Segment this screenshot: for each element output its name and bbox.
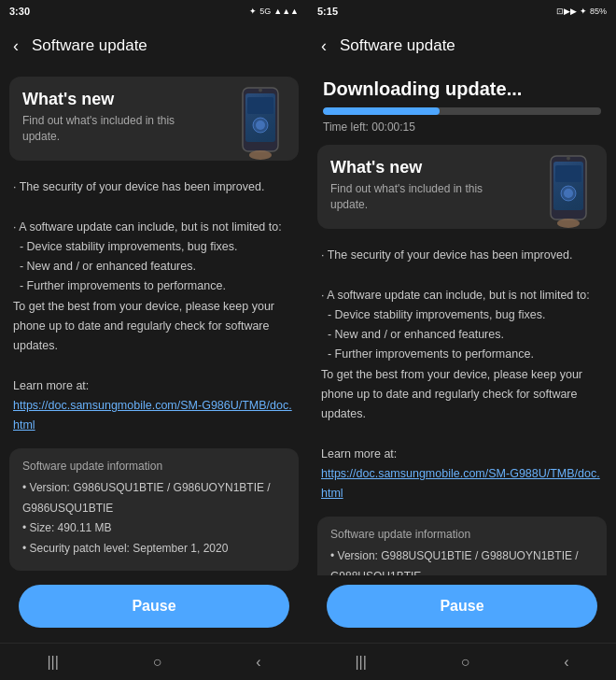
header-right: ‹ Software update bbox=[308, 22, 616, 69]
pause-button-right[interactable]: Pause bbox=[327, 585, 597, 628]
content-line-1: · The security of your device has been i… bbox=[13, 177, 295, 197]
info-card-title-left: Software update information bbox=[22, 460, 286, 473]
progress-bar-container bbox=[323, 107, 601, 115]
content-line-4: - New and / or enhanced features. bbox=[13, 257, 295, 276]
scroll-content-left[interactable]: What's new Find out what's included in t… bbox=[0, 69, 308, 575]
content-line-5: - Further improvements to performance. bbox=[13, 276, 295, 296]
status-time-right: 5:15 bbox=[317, 6, 338, 17]
phone-illustration-right bbox=[546, 154, 597, 229]
content-line-7: Learn more at: bbox=[13, 376, 295, 396]
content-link-left[interactable]: https://doc.samsungmobile.com/SM-G986U/T… bbox=[13, 396, 295, 436]
nav-recent-right[interactable]: ||| bbox=[355, 654, 366, 671]
info-size-left: • Size: 490.11 MB bbox=[22, 518, 286, 539]
nav-recent-left[interactable]: ||| bbox=[47, 654, 58, 671]
svg-point-7 bbox=[256, 120, 265, 130]
status-bar-left: 3:30 ✦ 5G ▲▲▲ bbox=[0, 0, 308, 22]
status-icons-left: ✦ 5G ▲▲▲ bbox=[249, 7, 299, 16]
network-icon: 5G bbox=[259, 7, 271, 16]
pause-btn-container-right: Pause bbox=[308, 575, 616, 643]
whats-new-subtitle-right: Find out what's included in this update. bbox=[330, 181, 489, 213]
status-time-left: 3:30 bbox=[9, 6, 30, 17]
info-security-left: • Security patch level: September 1, 202… bbox=[22, 539, 286, 560]
whats-new-card-left: What's new Find out what's included in t… bbox=[9, 77, 299, 161]
pause-button-left[interactable]: Pause bbox=[19, 585, 289, 628]
info-card-title-right: Software update information bbox=[330, 528, 594, 541]
svg-point-16 bbox=[564, 189, 573, 198]
svg-point-17 bbox=[557, 219, 580, 228]
svg-point-3 bbox=[259, 89, 262, 92]
header-left: ‹ Software update bbox=[0, 22, 308, 69]
progress-bar-fill bbox=[323, 107, 440, 115]
svg-point-12 bbox=[567, 157, 570, 161]
info-card-text-left: • Version: G986USQU1BTIE / G986UOYN1BTIE… bbox=[22, 478, 286, 559]
right-panel: 5:15 ⊡▶▶ ✦ 85% ‹ Software update Downloa… bbox=[308, 0, 616, 680]
r-content-line-7: Learn more at: bbox=[321, 445, 603, 464]
nav-bar-left: ||| ○ ‹ bbox=[0, 643, 308, 680]
info-card-right: Software update information • Version: G… bbox=[317, 517, 607, 575]
content-link-right[interactable]: https://doc.samsungmobile.com/SM-G988U/T… bbox=[321, 464, 603, 504]
battery-right: 85% bbox=[590, 7, 607, 16]
r-content-line-3: - Device stability improvements, bug fix… bbox=[321, 305, 603, 325]
svg-rect-5 bbox=[247, 97, 273, 114]
nav-bar-right: ||| ○ ‹ bbox=[308, 643, 616, 680]
nav-back-right[interactable]: ‹ bbox=[564, 654, 568, 671]
page-title-right: Software update bbox=[340, 36, 455, 55]
pause-btn-container-left: Pause bbox=[0, 575, 308, 643]
mute-icon: ✦ bbox=[580, 7, 587, 16]
status-bar-right: 5:15 ⊡▶▶ ✦ 85% bbox=[308, 0, 616, 22]
content-text-left: · The security of your device has been i… bbox=[0, 168, 308, 445]
status-icons-right: ⊡▶▶ ✦ 85% bbox=[556, 7, 607, 16]
back-button-right[interactable]: ‹ bbox=[321, 36, 327, 56]
whats-new-subtitle-left: Find out what's included in this update. bbox=[22, 113, 181, 145]
phone-illustration-left bbox=[238, 86, 289, 161]
r-content-line-1: · The security of your device has been i… bbox=[321, 246, 603, 265]
r-content-line-2: · A software update can include, but is … bbox=[321, 286, 603, 305]
content-text-right: · The security of your device has been i… bbox=[308, 236, 616, 513]
svg-point-8 bbox=[249, 150, 272, 160]
downloading-title: Downloading update... bbox=[323, 78, 601, 100]
info-version-right: • Version: G988USQU1BTIE / G988UOYN1BTIE… bbox=[330, 546, 594, 575]
bluetooth-icon: ✦ bbox=[249, 7, 257, 16]
r-content-line-5: - Further improvements to performance. bbox=[321, 345, 603, 364]
back-button-left[interactable]: ‹ bbox=[13, 36, 19, 56]
left-panel: 3:30 ✦ 5G ▲▲▲ ‹ Software update What's n… bbox=[0, 0, 308, 680]
downloading-section: Downloading update... Time left: 00:00:1… bbox=[308, 69, 616, 141]
content-line-3: - Device stability improvements, bug fix… bbox=[13, 237, 295, 257]
info-version-left: • Version: G986USQU1BTIE / G986UOYN1BTIE… bbox=[22, 478, 286, 518]
info-card-left: Software update information • Version: G… bbox=[9, 448, 299, 570]
r-content-line-6: To get the best from your device, please… bbox=[321, 365, 603, 425]
r-content-line-4: - New and / or enhanced features. bbox=[321, 325, 603, 345]
nav-back-left[interactable]: ‹ bbox=[256, 654, 260, 671]
nav-home-left[interactable]: ○ bbox=[153, 654, 162, 671]
info-card-text-right: • Version: G988USQU1BTIE / G988UOYN1BTIE… bbox=[330, 546, 594, 575]
nav-home-right[interactable]: ○ bbox=[461, 654, 470, 671]
scroll-content-right[interactable]: What's new Find out what's included in t… bbox=[308, 141, 616, 575]
signal-icon: ▲▲▲ bbox=[273, 7, 299, 16]
svg-rect-14 bbox=[555, 165, 581, 182]
whats-new-card-right: What's new Find out what's included in t… bbox=[317, 145, 607, 229]
notification-icons: ⊡▶▶ bbox=[556, 7, 577, 16]
page-title-left: Software update bbox=[32, 36, 147, 55]
time-left: Time left: 00:00:15 bbox=[323, 120, 601, 134]
content-line-6: To get the best from your device, please… bbox=[13, 297, 295, 357]
content-line-2: · A software update can include, but is … bbox=[13, 218, 295, 237]
